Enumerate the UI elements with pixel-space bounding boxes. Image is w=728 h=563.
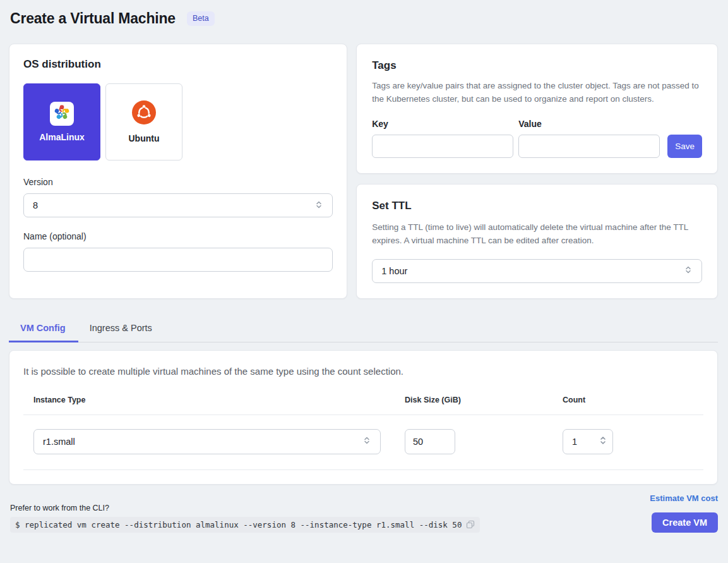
- copy-icon[interactable]: [466, 520, 475, 529]
- beta-badge: Beta: [187, 11, 215, 26]
- name-block: Name (optional): [23, 231, 333, 272]
- column-header-disk-size: Disk Size (GiB): [395, 396, 552, 404]
- count-input[interactable]: [572, 437, 599, 447]
- tags-card-description: Tags are key/value pairs that are assign…: [372, 80, 702, 106]
- name-input[interactable]: [23, 248, 333, 272]
- tag-value-column: Value: [518, 119, 660, 158]
- vm-table-row: r1.small: [23, 415, 703, 470]
- tab-vm-config[interactable]: VM Config: [9, 317, 78, 342]
- page-title: Create a Virtual Machine: [10, 10, 176, 27]
- tags-key-value-row: Key Value Save: [372, 119, 702, 158]
- chevron-updown-icon: [684, 265, 693, 277]
- os-tile-ubuntu[interactable]: Ubuntu: [105, 83, 182, 160]
- chevron-updown-icon: [314, 200, 323, 212]
- vm-card-bottom-spacer: [9, 470, 717, 484]
- footer: Prefer to work from the CLI? $ replicate…: [9, 493, 718, 533]
- ubuntu-logo-icon: [132, 100, 156, 127]
- ttl-select-value: 1 hour: [381, 266, 684, 276]
- os-tiles: AlmaLinux: [23, 83, 333, 160]
- vm-config-card: It is possible to create multiple virtua…: [9, 350, 718, 485]
- instance-type-select[interactable]: r1.small: [33, 429, 381, 454]
- column-header-count: Count: [552, 396, 703, 404]
- cli-command-box: $ replicated vm create --distribution al…: [10, 517, 480, 533]
- almalinux-logo-icon: [52, 103, 71, 124]
- ttl-card-description: Setting a TTL (time to live) will automa…: [372, 221, 702, 248]
- tag-key-input[interactable]: [372, 135, 513, 158]
- tag-key-label: Key: [372, 119, 513, 129]
- estimate-vm-cost-link[interactable]: Estimate VM cost: [650, 493, 718, 503]
- count-stepper[interactable]: [563, 429, 613, 454]
- version-label: Version: [23, 177, 333, 187]
- ttl-select[interactable]: 1 hour: [372, 259, 702, 283]
- tag-key-column: Key: [372, 119, 513, 158]
- almalinux-logo-box: [50, 102, 74, 126]
- footer-actions: Estimate VM cost Create VM: [650, 493, 718, 533]
- vm-config-note: It is possible to create multiple virtua…: [23, 366, 703, 377]
- cli-prompt-text: Prefer to work from the CLI?: [10, 504, 480, 512]
- os-tile-label-almalinux: AlmaLinux: [39, 132, 85, 142]
- instance-type-select-value: r1.small: [43, 437, 362, 447]
- tag-value-input[interactable]: [518, 135, 660, 158]
- right-column: Tags Tags are key/value pairs that are a…: [356, 44, 718, 299]
- tag-value-label: Value: [518, 119, 660, 129]
- version-select[interactable]: 8: [23, 193, 333, 217]
- instance-type-cell: r1.small: [23, 429, 395, 454]
- cli-block: Prefer to work from the CLI? $ replicate…: [9, 504, 480, 533]
- vm-table-header: Instance Type Disk Size (GiB) Count: [23, 396, 703, 415]
- version-select-value: 8: [33, 200, 314, 210]
- cli-command-text: $ replicated vm create --distribution al…: [15, 520, 462, 530]
- ttl-card-title: Set TTL: [372, 200, 702, 212]
- tab-bar: VM Config Ingress & Ports: [9, 317, 718, 342]
- disk-size-input[interactable]: [405, 429, 455, 454]
- tags-card: Tags Tags are key/value pairs that are a…: [356, 44, 718, 174]
- os-tile-almalinux[interactable]: AlmaLinux: [23, 83, 100, 160]
- set-ttl-card: Set TTL Setting a TTL (time to live) wil…: [356, 184, 718, 299]
- save-tag-button[interactable]: Save: [667, 135, 702, 158]
- page-header: Create a Virtual Machine Beta: [10, 10, 717, 27]
- column-header-instance-type: Instance Type: [23, 396, 395, 404]
- os-card-title: OS distribution: [23, 58, 333, 71]
- os-tile-label-ubuntu: Ubuntu: [129, 133, 160, 143]
- name-label: Name (optional): [23, 231, 333, 241]
- tags-card-title: Tags: [372, 59, 702, 72]
- os-distribution-card: OS distribution: [9, 44, 347, 299]
- disk-size-cell: [395, 429, 552, 454]
- chevron-updown-icon: [362, 435, 371, 447]
- tab-ingress-ports[interactable]: Ingress & Ports: [78, 317, 165, 342]
- stepper-updown-icon[interactable]: [599, 435, 607, 449]
- page: Create a Virtual Machine Beta OS distrib…: [0, 0, 728, 543]
- version-block: Version 8: [23, 177, 333, 217]
- top-cards-row: OS distribution: [9, 44, 718, 299]
- count-cell: [552, 429, 703, 454]
- create-vm-button[interactable]: Create VM: [652, 512, 718, 533]
